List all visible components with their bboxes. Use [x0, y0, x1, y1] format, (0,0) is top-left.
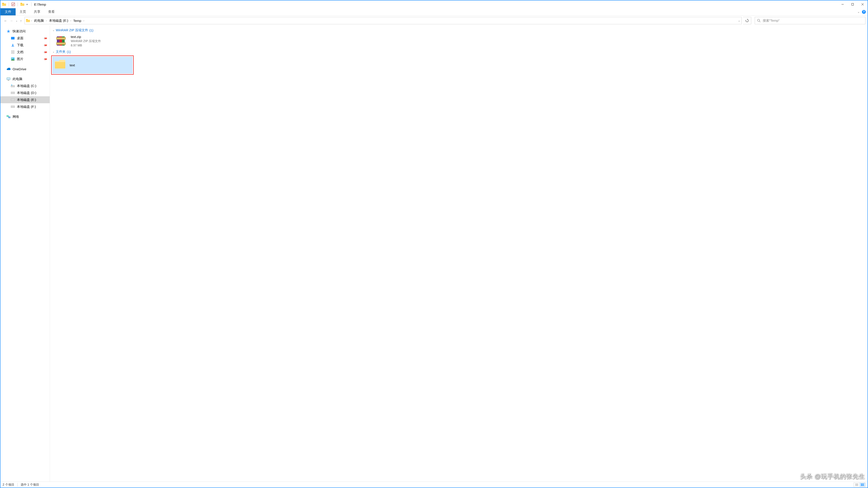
pin-icon: 📌: [43, 57, 48, 61]
svg-rect-14: [11, 37, 14, 39]
network-icon: [6, 115, 10, 119]
navigation-pane: 快速访问 桌面 📌 下载 📌 文档 📌 图片 📌: [0, 26, 50, 482]
svg-point-11: [757, 19, 760, 22]
tab-view[interactable]: 查看: [44, 8, 59, 15]
window-controls: [838, 1, 868, 8]
svg-rect-2: [12, 3, 15, 6]
icons-view-button[interactable]: [860, 483, 865, 487]
sidebar-drive-c[interactable]: 本地磁盘 (C:): [0, 83, 50, 89]
svg-rect-29: [7, 116, 8, 117]
chevron-right-icon[interactable]: ›: [70, 19, 72, 22]
breadcrumb[interactable]: Temp: [72, 19, 82, 23]
status-bar: 2 个项目 选中 1 个项目: [0, 482, 868, 488]
up-button[interactable]: ↑: [20, 19, 22, 23]
svg-rect-27: [11, 99, 15, 101]
tab-share[interactable]: 共享: [30, 8, 44, 15]
svg-rect-42: [861, 485, 862, 486]
annotation-highlight: text: [51, 56, 134, 75]
group-header-folder[interactable]: ⌄ 文件夹 (1): [51, 49, 866, 55]
sidebar-this-pc[interactable]: 此电脑: [0, 75, 50, 83]
search-placeholder: 搜索"Temp": [763, 19, 779, 23]
navigation-bar: ← → ⌄ ↑ › 此电脑 › 本地磁盘 (E:) › Temp › ⌄ 搜索"…: [0, 15, 868, 26]
close-button[interactable]: [858, 1, 868, 8]
maximize-button[interactable]: [847, 1, 858, 8]
group-header-zip[interactable]: ⌄ WinRAR ZIP 压缩文件 (1): [51, 27, 866, 33]
file-tab[interactable]: 文件: [0, 8, 16, 15]
explorer-window: ▾ E:\Temp 文件 主页 共享 查看 ⌄ ? ← → ⌄ ↑ › 此: [0, 0, 868, 488]
svg-rect-23: [8, 80, 9, 80]
star-icon: [6, 29, 10, 33]
properties-icon[interactable]: [11, 3, 15, 6]
folder-icon: [55, 59, 66, 71]
svg-rect-36: [56, 42, 65, 45]
view-toggle: [854, 483, 865, 487]
archive-icon: [55, 35, 68, 47]
pin-icon: 📌: [43, 50, 48, 55]
sidebar-onedrive[interactable]: OneDrive: [0, 65, 50, 72]
svg-rect-1: [2, 3, 4, 4]
file-name: text.zip: [71, 34, 101, 39]
svg-rect-24: [11, 86, 15, 87]
status-item-count: 2 个项目: [3, 483, 14, 487]
breadcrumb[interactable]: 本地磁盘 (E:): [48, 19, 69, 23]
svg-rect-25: [11, 85, 12, 86]
drive-icon: [11, 84, 15, 88]
sidebar-quick-access[interactable]: 快速访问: [0, 28, 50, 35]
breadcrumb[interactable]: 此电脑: [33, 19, 45, 23]
chevron-right-icon[interactable]: ›: [45, 19, 47, 22]
svg-point-21: [12, 58, 12, 59]
separator: [18, 2, 18, 6]
address-bar[interactable]: › 此电脑 › 本地磁盘 (E:) › Temp › ⌄: [25, 17, 742, 24]
chevron-down-icon: ⌄: [53, 50, 55, 53]
svg-rect-22: [7, 78, 10, 80]
pin-icon: 📌: [43, 36, 48, 40]
status-selected: 选中 1 个项目: [21, 483, 39, 487]
sidebar-item-desktop[interactable]: 桌面 📌: [0, 35, 50, 42]
expand-ribbon-icon[interactable]: ⌄: [857, 10, 860, 13]
svg-rect-26: [11, 92, 15, 94]
svg-rect-41: [863, 484, 864, 485]
cloud-icon: [6, 67, 10, 71]
minimize-button[interactable]: [838, 1, 847, 8]
ribbon-tabs: 文件 主页 共享 查看 ⌄ ?: [0, 8, 868, 15]
quick-access-toolbar: ▾: [2, 2, 33, 6]
drive-icon: [11, 105, 15, 109]
svg-line-12: [760, 21, 761, 22]
folder-name: text: [70, 63, 75, 67]
drive-icon: [11, 98, 15, 102]
chevron-right-icon[interactable]: ›: [83, 19, 85, 22]
chevron-right-icon[interactable]: ›: [31, 19, 33, 22]
title-bar: ▾ E:\Temp: [0, 0, 868, 8]
details-view-button[interactable]: [854, 483, 860, 487]
help-icon[interactable]: ?: [862, 10, 866, 14]
file-list: ⌄ WinRAR ZIP 压缩文件 (1) text.zip WinRA: [50, 26, 868, 482]
address-dropdown-icon[interactable]: ⌄: [738, 19, 740, 22]
refresh-button[interactable]: [743, 17, 751, 24]
forward-button[interactable]: →: [10, 19, 13, 23]
folder-icon: [2, 3, 6, 6]
sidebar-item-downloads[interactable]: 下载 📌: [0, 42, 50, 48]
sidebar-network[interactable]: 网络: [0, 113, 50, 120]
back-button[interactable]: ←: [4, 19, 7, 23]
file-item-folder[interactable]: text: [52, 57, 132, 73]
file-item-zip[interactable]: text.zip WinRAR ZIP 压缩文件 8.97 MB: [51, 33, 134, 49]
svg-rect-43: [863, 485, 864, 486]
sidebar-drive-e[interactable]: 本地磁盘 (E:): [0, 96, 50, 103]
tab-home[interactable]: 主页: [16, 8, 30, 15]
sidebar-drive-d[interactable]: 本地磁盘 (D:): [0, 89, 50, 96]
qat-dropdown-icon[interactable]: ▾: [26, 3, 29, 6]
drive-icon: [11, 91, 15, 95]
sidebar-item-documents[interactable]: 文档 📌: [0, 48, 50, 56]
sidebar-item-pictures[interactable]: 图片 📌: [0, 56, 50, 62]
file-meta: text.zip WinRAR ZIP 压缩文件 8.97 MB: [71, 34, 101, 47]
sidebar-drive-f[interactable]: 本地磁盘 (F:): [0, 103, 50, 110]
svg-marker-13: [7, 30, 10, 33]
svg-rect-28: [11, 106, 15, 108]
recent-locations-icon[interactable]: ⌄: [16, 19, 18, 22]
svg-rect-30: [8, 117, 10, 118]
desktop-icon: [11, 36, 15, 40]
pin-icon: 📌: [43, 43, 48, 47]
folder-icon[interactable]: [21, 3, 24, 6]
search-box[interactable]: 搜索"Temp": [755, 17, 865, 24]
computer-icon: [6, 77, 10, 81]
